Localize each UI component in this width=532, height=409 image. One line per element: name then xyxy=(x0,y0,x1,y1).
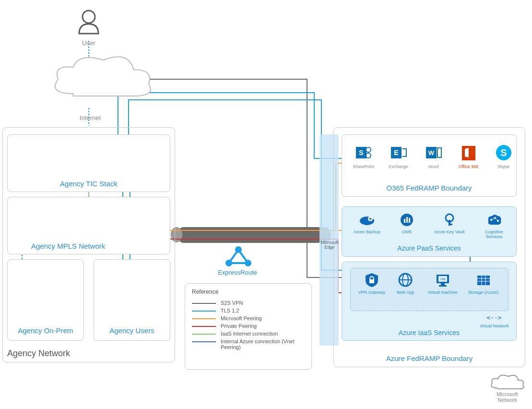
svg-point-25 xyxy=(245,260,251,266)
svg-rect-77 xyxy=(437,148,441,157)
msnet-label: Microsoft Network xyxy=(489,391,525,403)
exchange-icon: E xyxy=(389,143,408,162)
svg-text:W: W xyxy=(428,149,434,156)
legend-item: Microsoft Peering xyxy=(192,315,305,321)
iaas-items: VPN Gateway Web App VM Virtual machine S… xyxy=(357,272,501,295)
svg-text:S: S xyxy=(359,149,363,156)
svg-point-26 xyxy=(235,246,242,253)
iaas-title: Azure IaaS Services xyxy=(342,329,517,337)
o365-items: S SharePoint E Exchange W Word Office 36… xyxy=(350,143,517,169)
vm-icon: VM xyxy=(435,272,451,288)
legend-item: Private Peering xyxy=(192,323,305,329)
webapp-icon xyxy=(397,272,414,288)
legend-title: Reference xyxy=(192,289,305,295)
svg-rect-103 xyxy=(439,285,447,287)
svg-rect-89 xyxy=(449,224,452,225)
svg-text:S: S xyxy=(500,147,507,158)
svg-text:VM: VM xyxy=(440,277,445,281)
oms-icon xyxy=(399,212,414,228)
svg-point-28 xyxy=(83,11,95,23)
tic-label: Agency TIC Stack xyxy=(7,180,170,188)
legend-item: S2S VPN xyxy=(192,300,305,306)
legend-item: TLS 1.2 xyxy=(192,308,305,313)
svg-text:<··>: <··> xyxy=(487,314,502,321)
o365-boundary-label: O365 FedRAMP Boundary xyxy=(342,184,517,192)
onprem-label: Agency On-Prem xyxy=(7,326,84,335)
vnet-icon: <··> xyxy=(485,313,504,322)
sharepoint-icon: S xyxy=(354,143,373,162)
vpngw-icon xyxy=(364,272,380,288)
svg-rect-84 xyxy=(404,219,405,223)
office365-icon xyxy=(459,143,478,162)
svg-rect-85 xyxy=(406,217,408,223)
svg-text:E: E xyxy=(394,149,398,156)
vnet-icon-group: <··> Virtual Network xyxy=(480,313,509,328)
svg-rect-8 xyxy=(177,227,325,243)
word-icon: W xyxy=(424,143,443,162)
paas-items: Azure Backup OMS Azure Key Vault Cogniti… xyxy=(350,212,508,239)
internet-label: Internet xyxy=(71,114,109,121)
user-label: User xyxy=(74,39,103,47)
users-label: Agency Users xyxy=(94,326,170,335)
expressroute-label: ExpressRoute xyxy=(206,269,269,276)
svg-rect-104 xyxy=(477,276,490,285)
svg-rect-95 xyxy=(369,279,374,283)
agency-network-label: Agency Network xyxy=(7,349,70,359)
azure-boundary-label: Azure FedRAMP Boundary xyxy=(333,354,525,362)
storage-icon xyxy=(475,272,492,288)
cognitive-icon xyxy=(485,212,503,228)
svg-point-24 xyxy=(225,260,232,266)
mpls-label: Agency MPLS Network xyxy=(22,242,137,250)
legend-item: Internal Azure connection (Vnet Peering) xyxy=(192,338,305,350)
legend: Reference S2S VPNTLS 1.2Microsoft Peerin… xyxy=(185,283,312,370)
backup-icon xyxy=(358,212,376,228)
svg-rect-86 xyxy=(409,218,410,223)
paas-title: Azure PaaS Services xyxy=(342,244,517,252)
svg-point-72 xyxy=(366,153,371,158)
legend-item: IaaS Internet connection xyxy=(192,331,305,337)
keyvault-icon xyxy=(442,212,457,228)
svg-rect-102 xyxy=(441,283,445,285)
svg-point-71 xyxy=(366,147,371,152)
skype-icon: S xyxy=(494,143,513,162)
